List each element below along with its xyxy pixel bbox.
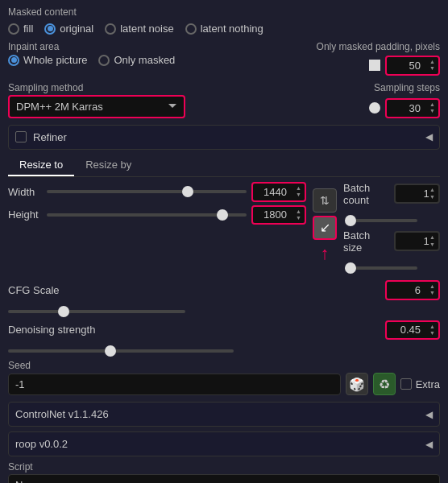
batch-size-input-box: ▲ ▼ xyxy=(394,231,440,251)
seed-spin-button[interactable]: 🎲 xyxy=(346,373,368,395)
radio-whole-picture[interactable] xyxy=(8,55,19,66)
cfg-spinner[interactable]: ▲ ▼ xyxy=(429,283,435,297)
padding-label: Only masked padding, pixels xyxy=(317,41,440,52)
cfg-slider[interactable] xyxy=(8,310,185,313)
cfg-section: CFG Scale ▲ ▼ xyxy=(8,280,440,316)
height-input[interactable] xyxy=(256,208,287,221)
sampling-method-label: Sampling method xyxy=(8,82,361,93)
batch-count-slider[interactable] xyxy=(345,219,417,222)
option-latent-nothing[interactable]: latent nothing xyxy=(185,23,263,35)
padding-slider-dot xyxy=(369,60,380,71)
radio-original[interactable] xyxy=(44,23,56,35)
label-original: original xyxy=(60,23,93,35)
radio-latent-nothing[interactable] xyxy=(185,23,197,35)
cfg-label: CFG Scale xyxy=(8,284,385,296)
roop-collapse-icon: ◀ xyxy=(425,439,433,450)
denoising-label: Denoising strength xyxy=(8,324,385,336)
dimensions-center: ⇅ ↙ ↑ xyxy=(313,182,337,240)
refiner-checkbox[interactable] xyxy=(15,131,27,142)
height-row: Height ▲ ▼ xyxy=(8,205,306,225)
batch-count-label: Batch count xyxy=(343,182,389,206)
cfg-input[interactable] xyxy=(390,284,421,296)
padding-input-box: ▲ ▼ xyxy=(385,56,440,76)
dimensions-left: Width ▲ ▼ Height ▲ ▼ xyxy=(8,182,306,229)
label-latent-nothing: latent nothing xyxy=(201,23,263,35)
extra-label: Extra xyxy=(416,378,440,390)
batch-size-slider[interactable] xyxy=(345,266,417,270)
option-fill[interactable]: fill xyxy=(8,23,33,35)
dimensions-section: Width ▲ ▼ Height ▲ ▼ xyxy=(8,182,440,272)
inpaint-label: Inpaint area xyxy=(8,41,309,52)
roop-section[interactable]: roop v0.0.2 ◀ xyxy=(8,431,440,456)
batch-count-row: Batch count ▲ ▼ xyxy=(343,182,440,206)
script-select[interactable]: None xyxy=(8,474,440,483)
script-section: Script None xyxy=(8,461,440,483)
sampling-row: Sampling method DPM++ 2M Karras Sampling… xyxy=(8,82,440,118)
refiner-section[interactable]: Refiner ◀ xyxy=(8,125,440,150)
tab-resize-by[interactable]: Resize by xyxy=(74,155,143,176)
refiner-label: Refiner xyxy=(33,131,67,143)
label-fill: fill xyxy=(23,23,33,35)
batch-count-spinner[interactable]: ▲ ▼ xyxy=(429,187,435,200)
controlnet-section[interactable]: ControlNet v1.1.426 ◀ xyxy=(8,402,440,427)
cfg-row: CFG Scale ▲ ▼ xyxy=(8,280,440,300)
resize-tabs: Resize to Resize by xyxy=(8,155,440,177)
batch-size-label: Batch size xyxy=(343,229,389,254)
batch-size-input[interactable] xyxy=(399,235,429,247)
radio-fill[interactable] xyxy=(8,23,19,35)
extra-check[interactable] xyxy=(400,378,412,390)
steps-slider-dot xyxy=(369,102,380,114)
denoising-slider[interactable] xyxy=(8,349,234,353)
height-spinner[interactable]: ▲ ▼ xyxy=(296,208,301,222)
batch-count-input[interactable] xyxy=(399,188,429,200)
red-arrow-annotation: ↑ xyxy=(321,245,330,262)
masked-content-options: fill original latent noise latent nothin… xyxy=(8,23,440,35)
resize-btn-wrapper: ↙ ↑ xyxy=(313,216,337,240)
width-input[interactable] xyxy=(256,186,287,198)
batch-size-row: Batch size ▲ ▼ xyxy=(343,229,440,254)
width-row: Width ▲ ▼ xyxy=(8,182,306,202)
label-latent-noise: latent noise xyxy=(120,23,174,35)
refiner-label-group: Refiner xyxy=(15,131,67,143)
inpaint-left: Inpaint area Whole picture Only masked xyxy=(8,41,309,72)
radio-only-masked[interactable] xyxy=(98,55,110,66)
seed-input[interactable] xyxy=(8,374,341,395)
option-original[interactable]: original xyxy=(44,23,93,35)
radio-latent-noise[interactable] xyxy=(105,23,116,35)
seed-recycle-button[interactable]: ♻ xyxy=(373,373,396,395)
denoising-input-box: ▲ ▼ xyxy=(385,320,440,341)
sampling-method-select[interactable]: DPM++ 2M Karras xyxy=(8,95,185,118)
height-label: Height xyxy=(8,208,42,221)
denoising-section: Denoising strength ▲ ▼ xyxy=(8,320,440,356)
cfg-input-box: ▲ ▼ xyxy=(385,280,440,300)
option-latent-noise[interactable]: latent noise xyxy=(105,23,174,35)
steps-input[interactable] xyxy=(390,102,421,114)
resize-button[interactable]: ↙ xyxy=(313,216,337,240)
padding-spinner[interactable]: ▲ ▼ xyxy=(429,59,435,72)
width-spinner[interactable]: ▲ ▼ xyxy=(296,185,301,199)
controlnet-label: ControlNet v1.1.426 xyxy=(15,408,109,420)
seed-section: Seed 🎲 ♻ Extra xyxy=(8,360,440,395)
swap-dimensions-button[interactable]: ⇅ xyxy=(313,188,337,213)
sampling-steps-label: Sampling steps xyxy=(374,82,440,93)
denoising-spinner[interactable]: ▲ ▼ xyxy=(429,324,435,337)
steps-spinner[interactable]: ▲ ▼ xyxy=(429,101,435,115)
batch-size-spinner[interactable]: ▲ ▼ xyxy=(429,234,435,248)
tab-resize-to[interactable]: Resize to xyxy=(8,155,74,176)
sampling-left: Sampling method DPM++ 2M Karras xyxy=(8,82,361,118)
height-slider[interactable] xyxy=(47,213,247,217)
masked-content-label: Masked content xyxy=(8,6,440,18)
width-input-box: ▲ ▼ xyxy=(251,182,306,202)
batch-count-slider-row xyxy=(345,213,440,225)
denoising-input[interactable] xyxy=(390,324,421,336)
extra-checkbox[interactable]: Extra xyxy=(400,378,440,390)
height-input-box: ▲ ▼ xyxy=(251,205,306,225)
batch-count-input-box: ▲ ▼ xyxy=(394,184,440,204)
option-only-masked[interactable]: Only masked xyxy=(98,54,175,66)
width-slider[interactable] xyxy=(47,190,247,193)
padding-input[interactable] xyxy=(390,60,421,72)
width-label: Width xyxy=(8,186,42,198)
option-whole-picture[interactable]: Whole picture xyxy=(8,54,87,66)
steps-input-box: ▲ ▼ xyxy=(385,98,440,118)
seed-row: 🎲 ♻ Extra xyxy=(8,373,440,395)
